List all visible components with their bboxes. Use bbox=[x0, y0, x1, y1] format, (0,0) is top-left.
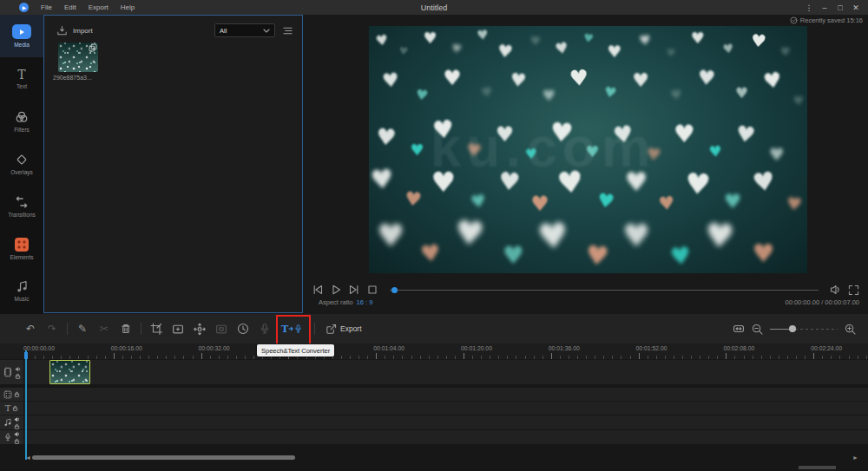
fullscreen-icon[interactable] bbox=[848, 285, 859, 296]
ruler-time-label: 00:01:36.00 bbox=[549, 345, 580, 351]
import-button[interactable]: Import bbox=[56, 25, 93, 36]
heart-shape: ♥ bbox=[691, 30, 705, 46]
elements-track-header[interactable] bbox=[0, 388, 24, 401]
heart-shape: ♥ bbox=[735, 85, 748, 100]
horizontal-scrollbar[interactable] bbox=[32, 455, 295, 460]
sidebar-item-transitions[interactable]: Transitions bbox=[0, 185, 43, 227]
preview-progress-bar[interactable] bbox=[390, 290, 819, 291]
sidebar-item-filters[interactable]: Filters bbox=[0, 100, 43, 142]
heart-shape: ♥ bbox=[585, 144, 599, 160]
toolbar-separator bbox=[314, 323, 315, 335]
lock-icon[interactable] bbox=[12, 405, 18, 411]
recently-saved-status: Recently saved 15:16 bbox=[790, 16, 863, 24]
media-filter-dropdown[interactable]: All bbox=[214, 23, 275, 37]
scroll-right-arrow[interactable]: ► bbox=[852, 455, 858, 461]
undo-button[interactable]: ↶ bbox=[23, 324, 37, 334]
zoom-slider-handle[interactable] bbox=[789, 325, 796, 332]
heart-shape: ♥ bbox=[584, 242, 610, 271]
video-track-header[interactable] bbox=[0, 360, 24, 384]
sidebar-item-media[interactable]: Media bbox=[0, 15, 43, 57]
sidebar-item-overlays[interactable]: Overlays bbox=[0, 142, 43, 185]
music-note-icon bbox=[3, 418, 12, 427]
sidebar-item-music[interactable]: Music bbox=[0, 270, 43, 312]
progress-handle[interactable] bbox=[391, 287, 398, 293]
stop-button[interactable] bbox=[366, 284, 378, 296]
lock-icon[interactable] bbox=[14, 438, 20, 444]
zoom-out-icon[interactable] bbox=[752, 324, 763, 335]
dice-icon bbox=[3, 390, 12, 399]
voiceover-track-header[interactable] bbox=[0, 430, 24, 444]
timeline-zoom-slider[interactable] bbox=[770, 329, 838, 330]
text-icon: T bbox=[17, 69, 25, 81]
heart-shape: ♥ bbox=[480, 85, 494, 100]
speech-text-converter-button[interactable]: T Speech&Text Converter bbox=[278, 317, 306, 341]
heart-shape: ♥ bbox=[658, 194, 676, 214]
menu-edit[interactable]: Edit bbox=[64, 3, 76, 11]
mosaic-button[interactable] bbox=[214, 323, 228, 336]
timeline-clip[interactable] bbox=[49, 360, 90, 384]
speaker-icon[interactable] bbox=[14, 416, 20, 422]
export-button[interactable]: Export bbox=[326, 324, 362, 335]
split-scissors-button[interactable]: ✂ bbox=[97, 324, 111, 334]
text-track-body[interactable] bbox=[24, 402, 868, 415]
volume-icon[interactable] bbox=[830, 284, 842, 296]
menu-file[interactable]: File bbox=[41, 3, 52, 11]
video-preview[interactable]: ♥♥♥♥♥♥♥♥♥♥♥♥♥♥♥♥♥♥♥♥♥♥♥♥♥♥♥♥♥♥♥♥♥♥♥♥♥♥♥♥… bbox=[369, 26, 807, 273]
sidebar-item-text[interactable]: T Text bbox=[0, 57, 43, 100]
lock-icon[interactable] bbox=[15, 373, 21, 379]
text-track-header[interactable]: T bbox=[0, 402, 24, 415]
maximize-icon[interactable]: □ bbox=[835, 3, 845, 12]
elements-track-body[interactable] bbox=[24, 388, 868, 401]
heart-shape: ♥ bbox=[530, 193, 549, 214]
app-logo-icon: ▶ bbox=[19, 3, 29, 12]
playhead-marker[interactable] bbox=[24, 352, 28, 359]
fit-timeline-icon[interactable] bbox=[733, 323, 745, 335]
voiceover-track-body[interactable] bbox=[24, 430, 868, 444]
zoom-in-icon[interactable] bbox=[845, 324, 856, 335]
play-button[interactable] bbox=[330, 284, 342, 296]
crop-button[interactable] bbox=[149, 323, 163, 335]
speaker-icon[interactable] bbox=[14, 431, 20, 437]
next-frame-button[interactable] bbox=[348, 284, 360, 296]
heart-shape: ♥ bbox=[780, 45, 791, 56]
heart-shape: ♥ bbox=[669, 88, 682, 102]
minimize-icon[interactable]: – bbox=[819, 3, 830, 12]
media-clip-thumbnail[interactable] bbox=[58, 43, 98, 72]
window-menu-dots-icon[interactable]: ⋮ bbox=[804, 3, 814, 12]
heart-shape: ♥ bbox=[470, 192, 488, 211]
speaker-icon[interactable] bbox=[15, 366, 21, 372]
heart-shape: ♥ bbox=[369, 166, 394, 193]
menu-help[interactable]: Help bbox=[121, 3, 135, 11]
music-track-header[interactable] bbox=[0, 415, 24, 429]
edit-toolbar: ↶ ↷ ✎ ✂ T Speech&Text Converter Export bbox=[0, 314, 868, 343]
title-bar: ▶ File Edit Export Help Untitled ⋮ – □ ✕ bbox=[0, 0, 868, 15]
edit-pencil-button[interactable]: ✎ bbox=[76, 324, 89, 334]
lock-icon[interactable] bbox=[14, 423, 20, 429]
timeline-ruler[interactable]: 00:00:00.0000:00:16.0000:00:32.0000:00:4… bbox=[0, 343, 868, 359]
motion-button[interactable] bbox=[193, 323, 207, 336]
heart-shape: ♥ bbox=[399, 45, 410, 56]
heart-shape: ♥ bbox=[443, 68, 462, 88]
heart-shape: ♥ bbox=[622, 220, 650, 252]
duration-clock-button[interactable] bbox=[236, 323, 250, 335]
zoom-region-button[interactable] bbox=[171, 323, 185, 336]
chevron-down-icon bbox=[263, 28, 270, 34]
music-track-body[interactable] bbox=[24, 415, 868, 429]
playhead-line[interactable] bbox=[25, 350, 27, 460]
voiceover-mic-button[interactable] bbox=[258, 323, 272, 335]
redo-button[interactable]: ↷ bbox=[45, 324, 59, 334]
sidebar-item-elements[interactable]: Elements bbox=[0, 227, 43, 270]
aspect-ratio-value[interactable]: 16 : 9 bbox=[357, 298, 373, 306]
heart-shape: ♥ bbox=[722, 42, 734, 56]
delete-trash-button[interactable] bbox=[119, 323, 133, 335]
video-track-body[interactable] bbox=[24, 360, 868, 384]
lock-icon[interactable] bbox=[14, 391, 20, 397]
heart-shape: ♥ bbox=[704, 219, 736, 253]
close-icon[interactable]: ✕ bbox=[851, 3, 861, 12]
list-view-icon[interactable] bbox=[282, 25, 293, 36]
heart-shape: ♥ bbox=[734, 122, 757, 147]
previous-frame-button[interactable] bbox=[312, 284, 324, 296]
menu-export[interactable]: Export bbox=[89, 3, 108, 11]
ruler-time-label: 00:00:16.00 bbox=[111, 345, 142, 351]
heart-shape: ♥ bbox=[708, 144, 722, 160]
